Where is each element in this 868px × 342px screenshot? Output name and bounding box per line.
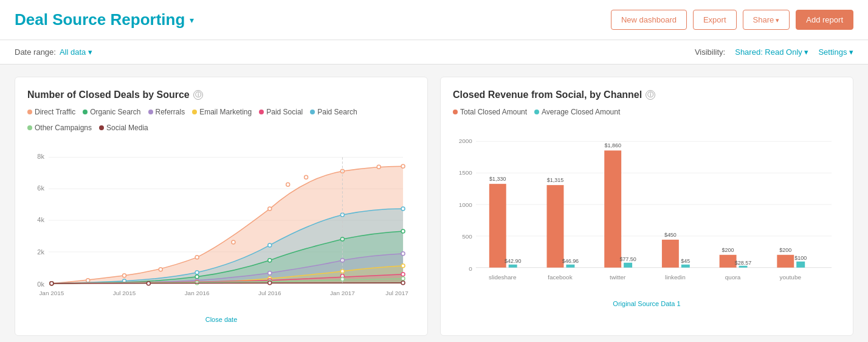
svg-text:$77.50: $77.50: [619, 256, 636, 262]
svg-text:$200: $200: [722, 247, 734, 253]
svg-point-47: [401, 273, 405, 276]
bar-twitter-avg[interactable]: [624, 263, 632, 268]
svg-text:linkedin: linkedin: [665, 274, 686, 281]
header-actions: New dashboard Export Share Add report: [611, 10, 853, 30]
chart2-title: Closed Revenue from Social, by Channel ⓘ: [453, 89, 841, 100]
legend-dot-total: [453, 110, 458, 114]
svg-text:$1,330: $1,330: [489, 176, 506, 182]
bar-youtube-total[interactable]: [777, 255, 794, 268]
svg-text:$100: $100: [794, 255, 807, 261]
svg-point-55: [268, 281, 272, 285]
svg-text:quora: quora: [725, 274, 741, 281]
chart2-legend: Total Closed Amount Average Closed Amoun…: [453, 108, 841, 116]
chart1-legend: Direct Traffic Organic Search Referrals …: [27, 108, 415, 132]
dashboard: Number of Closed Deals by Source ⓘ Direc…: [0, 65, 868, 342]
svg-text:facebook: facebook: [548, 274, 572, 281]
chart1-footer: Close date: [27, 316, 415, 323]
svg-text:Jul 2017: Jul 2017: [385, 290, 408, 296]
svg-point-16: [268, 207, 272, 211]
svg-text:1500: 1500: [459, 169, 473, 176]
svg-text:0: 0: [469, 265, 472, 272]
bar-linkedin-avg[interactable]: [681, 265, 690, 268]
legend-dot-paid-social: [259, 110, 264, 114]
bar-facebook-avg[interactable]: [566, 265, 574, 268]
bar-quora-avg[interactable]: [739, 266, 748, 268]
svg-point-15: [232, 240, 235, 244]
svg-point-29: [195, 275, 199, 279]
bar-twitter-total[interactable]: [604, 150, 621, 267]
svg-text:1000: 1000: [459, 201, 473, 208]
svg-point-25: [268, 243, 272, 247]
svg-text:$28.57: $28.57: [735, 260, 751, 266]
legend-item-paid-search: Paid Search: [310, 108, 357, 116]
chart2-info-icon[interactable]: ⓘ: [646, 90, 655, 100]
toolbar-right: Visibility: Shared: Read Only ▾ Settings…: [695, 47, 853, 57]
svg-text:$450: $450: [664, 232, 677, 238]
legend-item-paid-social: Paid Social: [259, 108, 303, 116]
svg-point-52: [401, 277, 405, 281]
bar-facebook-total[interactable]: [547, 185, 564, 268]
legend-dot-other-campaigns: [27, 125, 32, 130]
svg-text:$45: $45: [681, 258, 690, 264]
share-button[interactable]: Share: [743, 10, 790, 30]
legend-item-referrals: Referrals: [148, 108, 185, 116]
chart2-svg: 0 500 1000 1500 2000 $1,330 $42.: [453, 126, 841, 296]
svg-point-30: [268, 259, 272, 262]
svg-text:0k: 0k: [37, 281, 44, 288]
svg-point-13: [159, 268, 162, 271]
svg-text:$46.96: $46.96: [562, 258, 579, 264]
bar-slideshare-avg[interactable]: [509, 265, 517, 268]
add-report-button[interactable]: Add report: [796, 10, 853, 30]
settings-button[interactable]: Settings ▾: [818, 47, 853, 57]
bar-slideshare-total[interactable]: [489, 184, 506, 268]
svg-point-56: [401, 281, 405, 285]
chart2-footer: Original Source Data 1: [453, 300, 841, 307]
svg-point-35: [268, 271, 272, 275]
bar-quora-total[interactable]: [720, 255, 737, 268]
svg-point-20: [377, 165, 381, 169]
bar-linkedin-total[interactable]: [662, 240, 679, 268]
svg-point-42: [401, 264, 405, 268]
legend-item-average: Average Closed Amount: [534, 108, 620, 116]
svg-text:$42.90: $42.90: [505, 258, 521, 264]
svg-text:2000: 2000: [459, 138, 473, 144]
header: Deal Source Reporting ▾ New dashboard Ex…: [0, 0, 868, 40]
page-title: Deal Source Reporting: [15, 10, 185, 29]
chart1-title: Number of Closed Deals by Source ⓘ: [27, 89, 415, 100]
export-button[interactable]: Export: [693, 10, 737, 30]
bar-youtube-avg[interactable]: [796, 262, 805, 268]
chart1-info-icon[interactable]: ⓘ: [193, 90, 203, 100]
svg-point-14: [195, 256, 199, 259]
svg-point-54: [146, 282, 150, 285]
svg-text:2k: 2k: [37, 248, 44, 256]
visibility-value[interactable]: Shared: Read Only ▾: [735, 47, 808, 57]
legend-dot-direct-traffic: [27, 110, 32, 114]
svg-text:$1,860: $1,860: [604, 142, 621, 148]
legend-dot-referrals: [148, 110, 153, 114]
new-dashboard-button[interactable]: New dashboard: [611, 10, 687, 30]
chart-closed-deals: Number of Closed Deals by Source ⓘ Direc…: [15, 77, 428, 336]
svg-point-32: [401, 229, 405, 233]
legend-item-other-campaigns: Other Campaigns: [27, 124, 92, 132]
header-left: Deal Source Reporting ▾: [15, 10, 194, 29]
svg-text:Jan 2015: Jan 2015: [39, 290, 64, 296]
title-dropdown-icon[interactable]: ▾: [190, 15, 194, 25]
svg-point-11: [86, 279, 90, 282]
svg-point-17: [286, 183, 290, 186]
svg-text:Jul 2016: Jul 2016: [258, 290, 281, 296]
legend-dot-social-media: [99, 125, 104, 130]
svg-text:6k: 6k: [37, 184, 44, 192]
chart-closed-revenue: Closed Revenue from Social, by Channel ⓘ…: [440, 77, 853, 336]
date-range-value[interactable]: All data ▾: [60, 47, 92, 57]
legend-dot-email-marketing: [192, 110, 197, 114]
date-range-label: Date range:: [15, 47, 56, 57]
svg-text:8k: 8k: [37, 153, 44, 160]
svg-point-27: [401, 207, 405, 211]
svg-point-21: [401, 164, 405, 168]
chart2-area: 0 500 1000 1500 2000 $1,330 $42.: [453, 126, 841, 296]
legend-item-direct-traffic: Direct Traffic: [27, 108, 75, 116]
toolbar-left: Date range: All data ▾: [15, 47, 92, 57]
svg-point-24: [195, 271, 199, 274]
svg-point-37: [401, 252, 405, 256]
svg-text:Jul 2015: Jul 2015: [113, 290, 136, 296]
